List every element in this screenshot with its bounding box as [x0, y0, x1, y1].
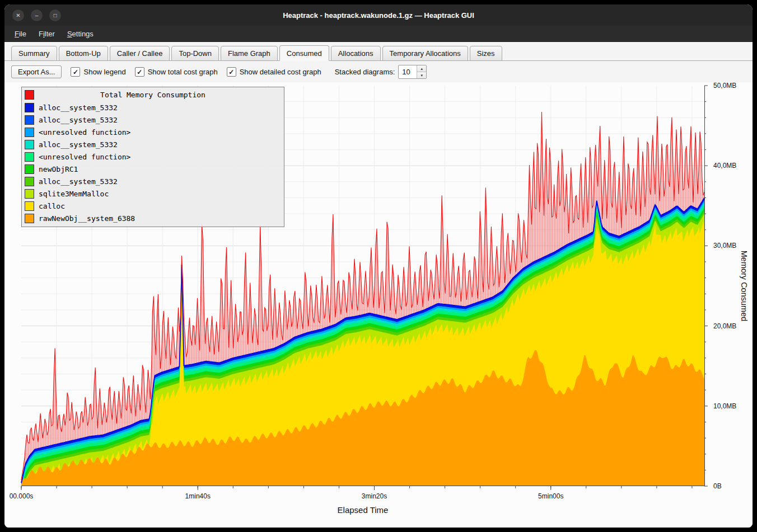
- x-axis-title: Elapsed Time: [21, 505, 704, 515]
- menu-item-filter[interactable]: Filter: [33, 28, 60, 40]
- application-window: ✕–□ Heaptrack - heaptrack.wakunode.1.gz …: [4, 4, 753, 528]
- tab-allocations[interactable]: Allocations: [331, 46, 381, 61]
- legend-swatch: [25, 140, 34, 149]
- checkbox-label: Show detailed cost graph: [240, 68, 321, 76]
- legend-item: alloc__system_5332: [22, 175, 284, 187]
- tab-temporary-allocations[interactable]: Temporary Allocations: [382, 46, 468, 61]
- y-axis-title-wrap: Memory Consumed: [737, 86, 751, 486]
- spinner-up-icon[interactable]: ▴: [417, 65, 426, 72]
- close-button[interactable]: ✕: [12, 10, 24, 21]
- legend-swatch: [25, 103, 34, 112]
- legend-label: alloc__system_5332: [39, 140, 118, 149]
- legend-item: alloc__system_5332: [22, 138, 284, 150]
- legend-label: newObjRC1: [39, 165, 78, 173]
- legend-label: <unresolved function>: [39, 153, 130, 161]
- legend-label: alloc__system_5332: [39, 116, 118, 124]
- window-title: Heaptrack - heaptrack.wakunode.1.gz — He…: [283, 11, 474, 20]
- x-tick-label: 1min40s: [185, 492, 211, 500]
- x-tick-label: 3min20s: [362, 492, 387, 500]
- y-tick-label: 0B: [713, 482, 722, 490]
- chart-legend: Total Memory Consumptionalloc__system_53…: [21, 87, 284, 227]
- checkbox-show-legend[interactable]: ✓Show legend: [71, 67, 125, 77]
- x-tick-label: 5min00s: [538, 492, 563, 500]
- x-axis-labels: 00.000s1min40s3min20s5min00s: [21, 492, 704, 501]
- legend-item: <unresolved function>: [22, 150, 284, 163]
- maximize-button[interactable]: □: [49, 10, 61, 21]
- legend-label: alloc__system_5332: [39, 177, 118, 186]
- legend-item: newObjRC1: [22, 163, 284, 175]
- minimize-button[interactable]: –: [31, 10, 43, 21]
- menu-item-settings[interactable]: Settings: [62, 28, 99, 40]
- y-tick-label: 50,0MB: [713, 82, 736, 90]
- check-icon[interactable]: ✓: [135, 67, 144, 77]
- minimize-icon: –: [35, 12, 39, 18]
- maximize-icon: □: [53, 12, 57, 18]
- tab-sizes[interactable]: Sizes: [470, 46, 502, 61]
- legend-swatch: [25, 201, 34, 211]
- checkbox-show-total-cost-graph[interactable]: ✓Show total cost graph: [135, 67, 218, 77]
- tab-top-down[interactable]: Top-Down: [171, 46, 219, 61]
- check-icon[interactable]: ✓: [227, 67, 236, 77]
- y-tick-label: 40,0MB: [713, 162, 736, 170]
- legend-swatch-total: [25, 90, 34, 100]
- checkbox-show-detailed-cost-graph[interactable]: ✓Show detailed cost graph: [227, 67, 321, 77]
- legend-item: sqlite3MemMalloc: [22, 187, 284, 200]
- checkbox-label: Show legend: [83, 68, 125, 76]
- tab-caller-callee[interactable]: Caller / Callee: [110, 46, 170, 61]
- legend-label: rawNewObj__system_6388: [39, 214, 135, 223]
- checkbox-label: Show total cost graph: [148, 68, 218, 76]
- legend-item: alloc__system_5332: [22, 114, 284, 126]
- toolbar: Export As... ✓Show legend✓Show total cos…: [4, 61, 753, 82]
- legend-swatch: [25, 214, 34, 223]
- stacked-diagrams-label: Stacked diagrams:: [335, 68, 395, 76]
- legend-swatch: [25, 115, 34, 125]
- check-icon[interactable]: ✓: [71, 67, 80, 77]
- tab-flame-graph[interactable]: Flame Graph: [221, 46, 278, 61]
- tab-bottom-up[interactable]: Bottom-Up: [59, 46, 108, 61]
- legend-swatch: [25, 128, 34, 137]
- spinner-down-icon[interactable]: ▾: [417, 72, 426, 78]
- legend-label: calloc: [39, 202, 65, 210]
- menu-bar: FileFilterSettings: [4, 26, 753, 42]
- legend-swatch: [25, 189, 34, 199]
- close-icon: ✕: [16, 12, 20, 18]
- legend-item: <unresolved function>: [22, 126, 284, 138]
- legend-title: Total Memory Consumption: [22, 89, 284, 101]
- legend-item: rawNewObj__system_6388: [22, 212, 284, 224]
- window-titlebar: ✕–□ Heaptrack - heaptrack.wakunode.1.gz …: [4, 4, 753, 26]
- stacked-diagrams-spinner[interactable]: 10 ▴ ▾: [398, 65, 427, 79]
- y-tick-label: 20,0MB: [713, 322, 736, 330]
- legend-swatch: [25, 164, 34, 174]
- legend-label: sqlite3MemMalloc: [39, 190, 109, 198]
- legend-label: alloc__system_5332: [39, 103, 118, 112]
- y-tick-label: 30,0MB: [713, 242, 736, 249]
- chart-area: Total Memory Consumptionalloc__system_53…: [4, 82, 753, 528]
- window-controls: ✕–□: [12, 4, 61, 26]
- tab-summary[interactable]: Summary: [11, 46, 57, 61]
- y-axis-title: Memory Consumed: [740, 251, 749, 322]
- export-as-button[interactable]: Export As...: [11, 65, 62, 78]
- legend-label: <unresolved function>: [39, 128, 130, 136]
- legend-item: calloc: [22, 200, 284, 212]
- chart-plot[interactable]: Total Memory Consumptionalloc__system_53…: [21, 86, 709, 490]
- legend-swatch: [25, 177, 34, 186]
- y-axis-labels: 0B10,0MB20,0MB30,0MB40,0MB50,0MB: [710, 86, 739, 486]
- checkbox-group: ✓Show legend✓Show total cost graph✓Show …: [71, 67, 321, 77]
- legend-title-row: Total Memory Consumption: [22, 89, 284, 101]
- y-tick-label: 10,0MB: [713, 402, 736, 410]
- spinner-arrows: ▴ ▾: [417, 65, 426, 78]
- legend-swatch: [25, 152, 34, 162]
- stacked-diagrams-control: Stacked diagrams: 10 ▴ ▾: [335, 65, 427, 79]
- tab-bar: SummaryBottom-UpCaller / CalleeTop-DownF…: [4, 42, 753, 61]
- legend-item: alloc__system_5332: [22, 101, 284, 114]
- menu-item-file[interactable]: File: [9, 28, 32, 40]
- stacked-diagrams-value[interactable]: 10: [399, 65, 417, 78]
- tab-consumed[interactable]: Consumed: [279, 45, 329, 61]
- x-tick-label: 00.000s: [10, 492, 34, 500]
